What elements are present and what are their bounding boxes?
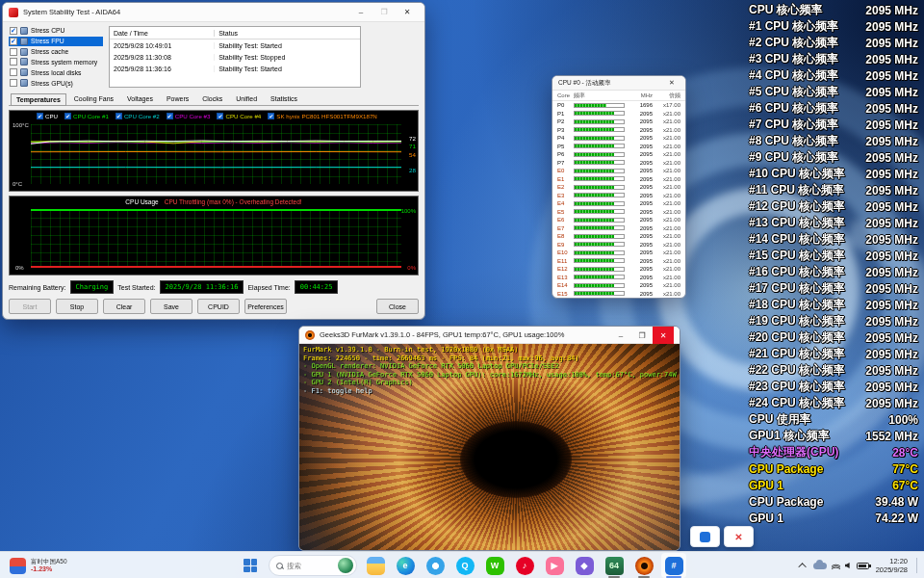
log-status: Stability Test: Started xyxy=(215,66,360,72)
legend-item[interactable]: ✔ CPU Core #3 xyxy=(167,113,211,119)
stress-option[interactable]: ✔ Stress CPU xyxy=(9,26,103,36)
mini-close-button[interactable]: ✕ xyxy=(724,526,754,547)
stress-checkbox[interactable] xyxy=(10,58,17,66)
furmark-osd-line: Frames: 224650 - time: 2669463 ms - FPS:… xyxy=(303,355,677,363)
tab[interactable]: Statistics xyxy=(265,92,303,105)
sensor-label: #12 CPU 核心频率 xyxy=(749,198,845,215)
legend-item[interactable]: ✔ CPU Core #1 xyxy=(64,113,109,119)
taskbar-app-music[interactable]: ♪ xyxy=(512,553,537,578)
sensor-label: #6 CPU 核心频率 xyxy=(749,100,838,117)
stock-widget[interactable]: 富时中国A50 -1.23% xyxy=(6,554,71,577)
legend-checkbox[interactable]: ✔ xyxy=(37,113,43,119)
tab[interactable]: Clocks xyxy=(196,92,228,105)
legend-item[interactable]: ✔ CPU Core #4 xyxy=(217,113,261,119)
stress-option[interactable]: Stress local disks xyxy=(9,67,103,77)
aida64-button[interactable]: Clear xyxy=(103,299,145,314)
core-frequency-row: E13 2095 x21.00 xyxy=(552,274,685,282)
aida64-button[interactable]: Stop xyxy=(56,299,98,314)
minimize-icon[interactable]: – xyxy=(349,3,372,21)
sensor-row: #3 CPU 核心频率 2095 MHz xyxy=(749,51,918,67)
tab[interactable]: Temperatures xyxy=(11,93,66,106)
core-label: E2 xyxy=(557,184,574,190)
cpu-panel-titlebar[interactable]: CPU #0 - 活动频率 ✕ xyxy=(552,76,685,91)
aida64-button[interactable]: Start xyxy=(9,299,51,314)
aida64-titlebar[interactable]: System Stability Test - AIDA64 – ❐ ✕ xyxy=(3,3,424,22)
sensor-value: 2095 MHz xyxy=(865,200,918,214)
stress-option[interactable]: Stress cache xyxy=(9,47,103,57)
search-box[interactable] xyxy=(269,555,357,576)
legend-item[interactable]: ✔ CPU Core #2 xyxy=(116,113,160,119)
legend-checkbox[interactable]: ✔ xyxy=(116,113,122,119)
legend-item[interactable]: ✔ CPU xyxy=(37,113,58,119)
aida64-button[interactable]: Save xyxy=(150,299,192,314)
core-mhz: 2095 xyxy=(628,176,653,182)
taskbar-app-game[interactable]: ◆ xyxy=(572,553,597,578)
close-icon[interactable]: ✕ xyxy=(396,3,419,21)
stress-checkbox[interactable]: ✔ xyxy=(10,27,17,35)
tray-date: 2025/9/28 xyxy=(876,565,908,574)
test-started-label: Test Started: xyxy=(117,284,155,291)
sensor-row: #19 CPU 核心频率 2095 MHz xyxy=(749,313,918,329)
stress-checkbox[interactable] xyxy=(10,79,17,87)
tab[interactable]: Voltages xyxy=(121,92,159,105)
desktop: CPU 核心频率 2095 MHz #1 CPU 核心频率 2095 MHz #… xyxy=(0,0,924,578)
core-label: P2 xyxy=(557,118,574,124)
minimize-icon[interactable]: – xyxy=(610,327,631,344)
core-mhz: 2095 xyxy=(628,135,653,141)
volume-icon[interactable] xyxy=(845,563,850,568)
furmark-titlebar[interactable]: Geeks3D FurMark v1.39.1.0 - 84FPS, GPU1 … xyxy=(299,327,680,344)
maximize-icon[interactable]: ❐ xyxy=(372,3,396,21)
legend-checkbox[interactable]: ✔ xyxy=(167,113,173,119)
taskbar-app-browser[interactable] xyxy=(423,553,448,578)
core-mhz: 2095 xyxy=(628,118,653,124)
stress-checkbox[interactable]: ✔ xyxy=(10,38,17,45)
stress-checkbox[interactable] xyxy=(10,68,17,76)
maximize-icon[interactable]: ❐ xyxy=(631,327,653,344)
stress-checkbox[interactable] xyxy=(10,48,17,56)
sensor-label: #14 CPU 核心频率 xyxy=(749,231,845,248)
stress-option[interactable]: Stress system memory xyxy=(9,57,103,66)
onedrive-icon[interactable] xyxy=(813,563,827,569)
legend-item[interactable]: ✔ SK hynix PC801 HFS001TFM9X187N xyxy=(268,113,377,119)
taskbar-app-edge[interactable]: e xyxy=(393,553,418,578)
core-label: E15 xyxy=(557,291,574,297)
taskbar-app-furmark[interactable] xyxy=(631,553,656,578)
tab[interactable]: Cooling Fans xyxy=(68,92,119,105)
battery-icon[interactable] xyxy=(857,563,869,569)
start-button[interactable] xyxy=(238,553,263,578)
legend-checkbox[interactable]: ✔ xyxy=(64,113,71,119)
sensor-label: CPU Package xyxy=(749,462,823,476)
stress-option[interactable]: Stress GPU(s) xyxy=(9,78,103,88)
cpu-usage-line xyxy=(31,209,401,211)
sensor-row: #21 CPU 核心频率 2095 MHz xyxy=(749,346,918,362)
close-icon[interactable]: ✕ xyxy=(664,76,680,90)
stress-option[interactable]: ✔ Stress FPU xyxy=(9,37,103,46)
sensor-row: #5 CPU 核心频率 2095 MHz xyxy=(749,84,918,100)
sensor-value: 2095 MHz xyxy=(865,151,918,165)
aida64-button[interactable]: Preferences xyxy=(244,299,287,314)
aida64-button[interactable]: CPUID xyxy=(197,299,240,314)
tab[interactable]: Powers xyxy=(161,92,194,105)
sensor-row: GPU 1 74.22 W xyxy=(749,510,918,526)
hidden-icons-chevron-icon[interactable] xyxy=(798,563,806,570)
taskbar-app-video[interactable]: ▶ xyxy=(542,553,567,578)
taskbar-app-wechat[interactable]: W xyxy=(482,553,507,578)
wifi-icon[interactable]: ((( xyxy=(832,564,840,568)
taskbar-app-qq[interactable]: Q xyxy=(452,553,477,578)
core-label: E1 xyxy=(557,176,574,182)
taskbar-app-file-explorer[interactable] xyxy=(363,553,388,578)
legend-checkbox[interactable]: ✔ xyxy=(217,113,223,119)
search-input[interactable] xyxy=(287,562,331,570)
tab[interactable]: Unified xyxy=(230,92,263,105)
close-button[interactable]: Close xyxy=(376,299,419,314)
clock[interactable]: 12:20 2025/9/28 xyxy=(876,557,908,574)
furmark-osd: FurMark v1.39.1.0 - Burn-in test, 1920x1… xyxy=(303,346,677,396)
show-desktop-button[interactable] xyxy=(916,558,918,573)
close-icon[interactable]: ✕ xyxy=(653,327,674,344)
taskbar-app-cpu-monitor[interactable]: # xyxy=(661,553,686,578)
sensor-row: #12 CPU 核心频率 2095 MHz xyxy=(749,198,918,215)
mini-panel-button[interactable] xyxy=(690,526,720,547)
legend-checkbox[interactable]: ✔ xyxy=(268,113,274,119)
sensor-label: #3 CPU 核心频率 xyxy=(749,51,838,67)
taskbar-app-aida64[interactable]: 64 xyxy=(602,553,627,578)
